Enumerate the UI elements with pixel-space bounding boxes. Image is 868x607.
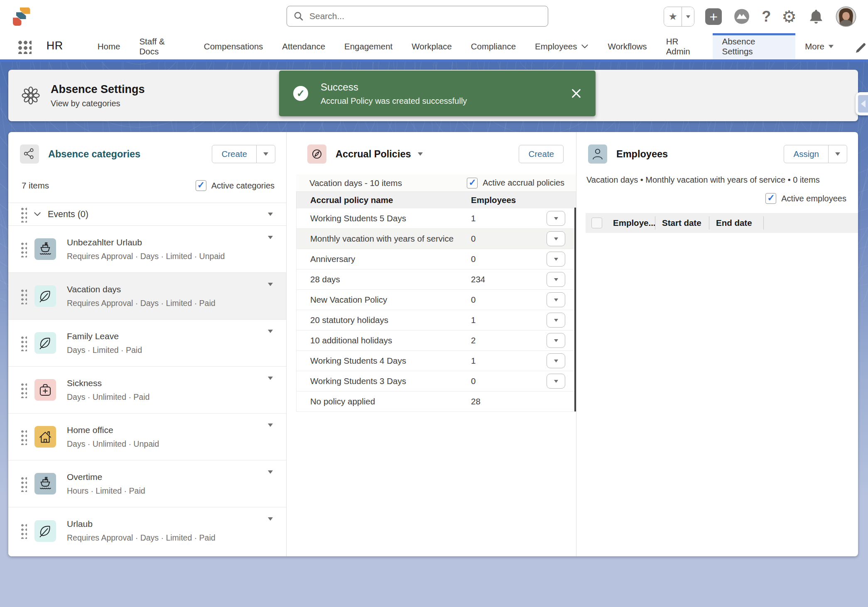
- category-meta: Requires Approval · Days · Limited · Pai…: [67, 533, 216, 543]
- table-row[interactable]: 10 additional holidays 2: [296, 330, 576, 351]
- absence-categories-panel: Absence categories Create 7 items Active…: [8, 132, 286, 556]
- list-item-home-office[interactable]: Home officeDays · Unlimited · Unpaid: [8, 414, 286, 460]
- expand-panel-handle[interactable]: [856, 92, 868, 115]
- notifications-bell-icon[interactable]: [807, 8, 825, 25]
- edit-navigation-pencil-icon[interactable]: [854, 41, 868, 59]
- list-item-unbezahlter-urlaub[interactable]: Unbezahlter UrlaubRequires Approval · Da…: [8, 226, 286, 273]
- row-menu-caret-icon[interactable]: [268, 377, 273, 380]
- policy-name: 10 additional holidays: [297, 335, 471, 345]
- select-all-checkbox[interactable]: [591, 218, 602, 228]
- nav-tab-compliance[interactable]: Compliance: [461, 33, 525, 59]
- panel-caret-icon[interactable]: [418, 152, 423, 156]
- nav-tab-workflows[interactable]: Workflows: [598, 33, 656, 59]
- group-menu-caret-icon[interactable]: [268, 213, 273, 216]
- drag-handle-icon[interactable]: [20, 206, 27, 223]
- favorites-star-icon[interactable]: ★: [664, 7, 682, 26]
- table-row[interactable]: Monthly vacation with years of service 0: [296, 229, 576, 249]
- table-row[interactable]: Working Students 4 Days 1: [296, 351, 576, 371]
- caret-down-icon: [554, 217, 558, 220]
- panel-title: Accrual Policies: [336, 149, 411, 160]
- row-menu-button[interactable]: [547, 231, 565, 246]
- row-menu-button[interactable]: [547, 292, 565, 307]
- list-item-sickness[interactable]: SicknessDays · Unlimited · Paid: [8, 367, 286, 414]
- list-item-overtime[interactable]: OvertimeHours · Limited · Paid: [8, 460, 286, 507]
- search-input[interactable]: [309, 11, 541, 21]
- category-name: Vacation days: [67, 284, 216, 294]
- employees-subheader: Vacation days • Monthly vacation with ye…: [576, 175, 858, 185]
- table-row[interactable]: 20 statutory holidays 1: [296, 310, 576, 330]
- table-row[interactable]: New Vacation Policy 0: [296, 290, 576, 310]
- setup-gear-icon[interactable]: ⚙: [782, 8, 797, 25]
- global-search[interactable]: [287, 6, 548, 27]
- list-item-vacation-days[interactable]: Vacation daysRequires Approval · Days · …: [8, 273, 286, 320]
- nav-tab-absence-settings[interactable]: Absence Settings: [713, 33, 796, 59]
- row-menu-caret-icon[interactable]: [268, 283, 273, 286]
- active-categories-checkbox[interactable]: [196, 180, 206, 191]
- table-row[interactable]: Working Students 5 Days 1: [296, 208, 576, 229]
- table-row[interactable]: No policy applied 28: [296, 392, 576, 412]
- row-menu-button[interactable]: [547, 333, 565, 348]
- row-menu-button[interactable]: [547, 313, 565, 328]
- table-row[interactable]: Anniversary 0: [296, 249, 576, 269]
- create-category-caret-button[interactable]: [256, 145, 275, 163]
- create-category-button[interactable]: Create: [212, 145, 257, 163]
- policy-employee-count: 28: [471, 397, 481, 406]
- column-header-name[interactable]: Accrual policy name: [297, 195, 471, 205]
- column-header-start-date[interactable]: Start date: [662, 218, 701, 228]
- user-avatar[interactable]: [836, 6, 856, 27]
- policy-employee-count: 2: [471, 335, 476, 345]
- nav-tab-more[interactable]: More: [795, 33, 843, 59]
- checkbox-label: Active categories: [211, 181, 275, 191]
- nav-tab-workplace[interactable]: Workplace: [402, 33, 461, 59]
- row-menu-button[interactable]: [547, 252, 565, 267]
- list-item-family-leave[interactable]: Family LeaveDays · Limited · Paid: [8, 320, 286, 367]
- nav-tab-attendance[interactable]: Attendance: [272, 33, 335, 59]
- row-menu-button[interactable]: [547, 211, 565, 226]
- nav-tab-engagement[interactable]: Engagement: [335, 33, 402, 59]
- flower-icon: [21, 86, 41, 105]
- close-icon[interactable]: [571, 88, 581, 99]
- column-header-employee[interactable]: Employe...: [613, 218, 656, 228]
- assign-button[interactable]: Assign: [784, 145, 829, 163]
- events-group-header[interactable]: Events (0): [8, 203, 286, 226]
- row-menu-button[interactable]: [547, 353, 565, 368]
- table-row[interactable]: 28 days 234: [296, 269, 576, 290]
- drag-handle-icon[interactable]: [20, 429, 27, 445]
- drag-handle-icon[interactable]: [20, 241, 27, 257]
- row-menu-button[interactable]: [547, 374, 565, 389]
- drag-handle-icon[interactable]: [20, 476, 27, 492]
- create-policy-button[interactable]: Create: [519, 145, 564, 163]
- row-menu-button[interactable]: [547, 272, 565, 287]
- app-launcher-icon[interactable]: [17, 39, 32, 54]
- drag-handle-icon[interactable]: [20, 335, 27, 351]
- row-menu-caret-icon[interactable]: [268, 236, 273, 239]
- scrollbar[interactable]: [574, 208, 576, 411]
- nav-tab-staff-docs[interactable]: Staff & Docs: [130, 33, 194, 59]
- app-name[interactable]: HR: [47, 39, 63, 59]
- list-item-urlaub[interactable]: UrlaubRequires Approval · Days · Limited…: [8, 507, 286, 554]
- nav-tab-hr-admin[interactable]: HR Admin: [657, 33, 713, 59]
- table-row[interactable]: Working Students 3 Days 0: [296, 371, 576, 392]
- row-menu-caret-icon[interactable]: [268, 423, 273, 427]
- drag-handle-icon[interactable]: [20, 523, 27, 539]
- column-header-end-date[interactable]: End date: [716, 218, 752, 228]
- nav-tab-home[interactable]: Home: [88, 33, 130, 59]
- help-icon[interactable]: ?: [762, 8, 771, 25]
- nav-tab-compensations[interactable]: Compensations: [194, 33, 272, 59]
- row-menu-caret-icon[interactable]: [268, 330, 273, 333]
- policy-employee-count: 0: [471, 234, 476, 244]
- chevron-down-icon[interactable]: [34, 212, 41, 217]
- drag-handle-icon[interactable]: [20, 288, 27, 304]
- drag-handle-icon[interactable]: [20, 382, 27, 398]
- row-menu-caret-icon[interactable]: [268, 470, 273, 474]
- policy-name: Working Students 4 Days: [297, 356, 471, 366]
- assign-caret-button[interactable]: [828, 145, 847, 163]
- active-policies-checkbox[interactable]: [467, 178, 478, 188]
- column-header-employees[interactable]: Employees: [471, 195, 516, 205]
- trailhead-icon[interactable]: [733, 7, 751, 26]
- nav-tab-employees[interactable]: Employees: [525, 33, 598, 59]
- row-menu-caret-icon[interactable]: [268, 517, 273, 521]
- active-employees-checkbox[interactable]: [765, 193, 776, 204]
- favorites-caret-button[interactable]: [682, 7, 694, 26]
- global-add-icon[interactable]: +: [705, 8, 722, 25]
